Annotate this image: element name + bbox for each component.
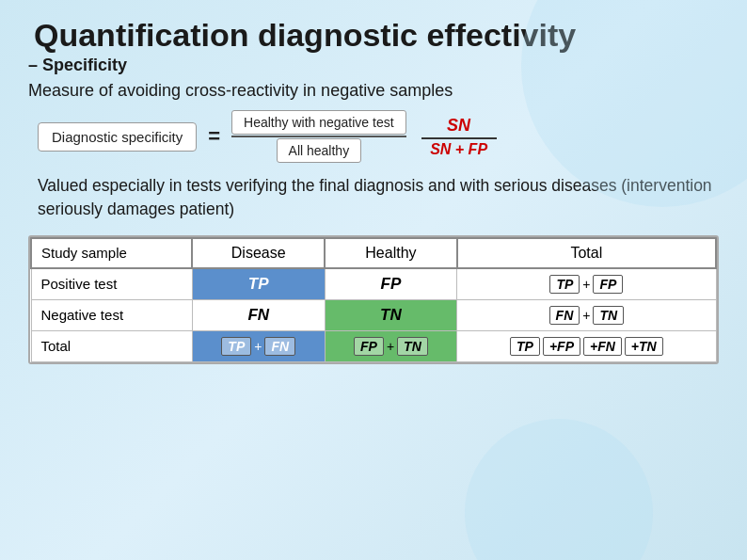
measure-text: Measure of avoiding cross-reactivity in …: [28, 81, 719, 101]
grand-total-formula: TP +FP +FN +TN: [510, 337, 663, 356]
plus-2: +: [582, 308, 590, 323]
fraction-denominator: All healthy: [277, 138, 362, 163]
positive-disease-cell: TP: [192, 268, 325, 300]
tp-total-box: TP: [221, 337, 251, 356]
fp-total-box: FP: [354, 337, 384, 356]
fraction-numerator: Healthy with negative test: [231, 110, 406, 135]
table-row-total: Total TP + FN FP + TN: [31, 330, 716, 361]
fraction-line: [231, 136, 406, 137]
sn-top: SN: [447, 116, 470, 136]
slide: Quantification diagnostic effectivity Sp…: [0, 0, 747, 560]
fn-box: FN: [549, 306, 580, 325]
positive-total-formula: TP + FP: [549, 275, 623, 294]
total-disease-formula: TP + FN: [221, 337, 295, 356]
equals-sign: =: [208, 124, 220, 149]
fn-total-box: FN: [264, 337, 295, 356]
grand-fn: +FN: [583, 337, 622, 356]
negative-total-cell: FN + TN: [457, 299, 716, 330]
table-header-row: Study sample Disease Healthy Total: [31, 238, 716, 268]
table-row-positive: Positive test TP FP TP + FP: [31, 268, 716, 300]
tn-total-box: TN: [397, 337, 428, 356]
fp-label: FP: [381, 275, 402, 293]
formula-label: Diagnostic specificity: [38, 122, 197, 152]
positive-healthy-cell: FP: [325, 268, 457, 300]
sn-bar: [421, 137, 497, 139]
tn-box: TN: [593, 306, 624, 325]
table-row-negative: Negative test FN TN FN + TN: [31, 299, 716, 330]
negative-disease-cell: FN: [192, 299, 325, 330]
total-healthy-cell: FP + TN: [325, 330, 457, 361]
sn-fraction: SN SN + FP: [421, 116, 497, 158]
plus-4: +: [387, 339, 394, 354]
sn-bottom: SN + FP: [430, 141, 487, 158]
grand-tn: +TN: [625, 337, 663, 356]
tn-label: TN: [380, 306, 402, 324]
positive-test-label: Positive test: [31, 268, 192, 300]
negative-test-label: Negative test: [31, 299, 192, 330]
header-study-sample: Study sample: [31, 238, 192, 268]
table-container: Study sample Disease Healthy Total Posit…: [28, 235, 719, 364]
total-label: Total: [31, 330, 192, 361]
total-disease-cell: TP + FN: [192, 330, 325, 361]
negative-total-formula: FN + TN: [549, 306, 625, 325]
formula-row: Diagnostic specificity = Healthy with ne…: [28, 110, 719, 163]
bg-decoration-2: [465, 419, 653, 560]
tp-label: TP: [248, 275, 269, 293]
plus-1: +: [582, 277, 590, 292]
valued-text: Valued especially in tests verifying the…: [28, 174, 719, 222]
fraction: Healthy with negative test All healthy: [231, 110, 406, 163]
tp-box: TP: [549, 275, 580, 294]
total-total-cell: TP +FP +FN +TN: [457, 330, 716, 361]
header-disease: Disease: [192, 238, 325, 268]
grand-tp: TP: [510, 337, 540, 356]
fp-box: FP: [593, 275, 623, 294]
negative-healthy-cell: TN: [325, 299, 457, 330]
positive-total-cell: TP + FP: [457, 268, 716, 300]
subtitle: Specificity: [28, 56, 719, 75]
results-table: Study sample Disease Healthy Total Posit…: [30, 237, 717, 362]
grand-fp: +FP: [543, 337, 580, 356]
plus-3: +: [254, 339, 262, 354]
header-healthy: Healthy: [325, 238, 457, 268]
page-title: Quantification diagnostic effectivity: [28, 17, 719, 54]
header-total: Total: [457, 238, 716, 268]
total-healthy-formula: FP + TN: [354, 337, 428, 356]
fn-label: FN: [247, 306, 269, 324]
